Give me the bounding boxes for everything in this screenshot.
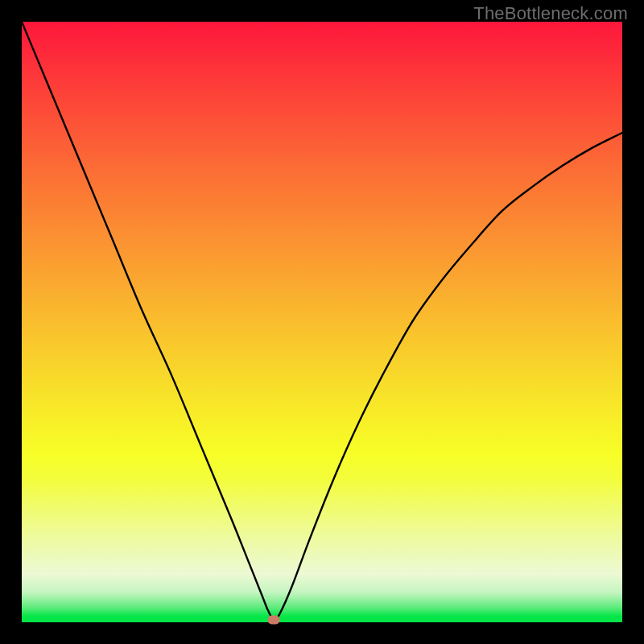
optimal-point-marker: [268, 616, 280, 625]
bottleneck-curve: [22, 22, 622, 622]
plot-area: [22, 22, 622, 622]
chart-frame: TheBottleneck.com: [0, 0, 644, 644]
